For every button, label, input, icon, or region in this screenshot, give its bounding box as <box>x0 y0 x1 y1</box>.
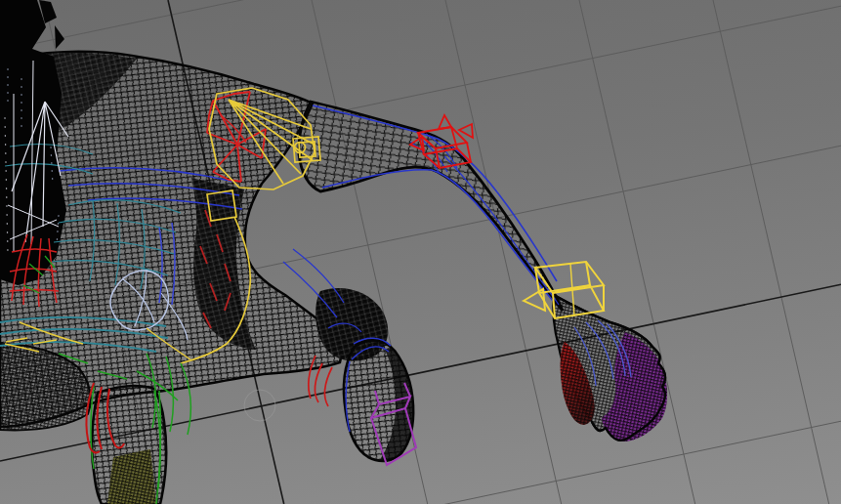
viewport-3d[interactable] <box>0 0 841 504</box>
arm-mesh[interactable] <box>299 102 563 311</box>
scene-canvas[interactable] <box>0 0 841 504</box>
hand-mesh[interactable] <box>553 295 667 441</box>
grid-origin-circle <box>244 390 275 421</box>
thigh-patch-mesh <box>107 449 156 504</box>
grid-line <box>445 0 562 504</box>
grid-line <box>713 0 829 504</box>
